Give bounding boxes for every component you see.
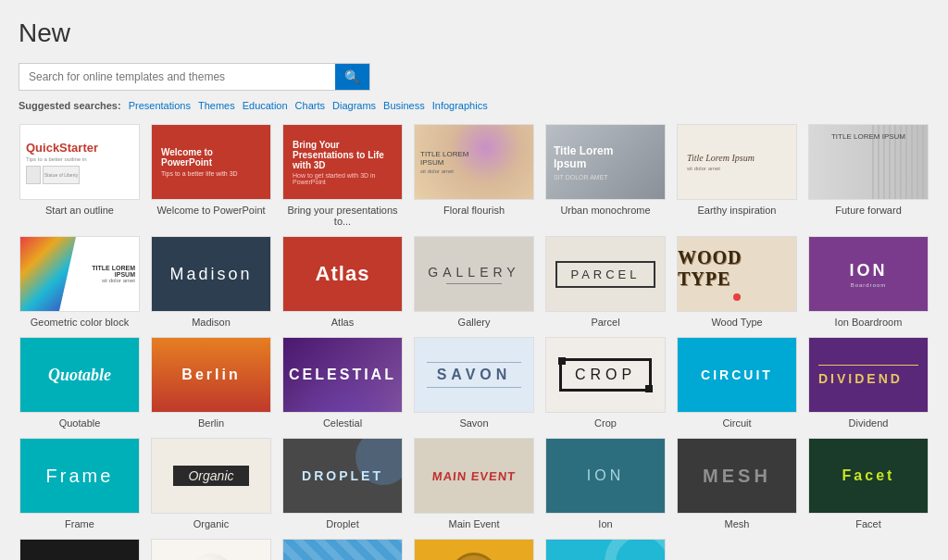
template-atlas-label: Atlas [331,317,354,328]
template-frame[interactable]: Frame Frame [19,438,141,529]
template-dividend-label: Dividend [849,417,889,429]
template-mesh-label: Mesh [725,518,750,529]
floral-sub: sit dolor amet [420,168,454,174]
template-vaportrail[interactable]: VAPOR TRAIL Vapor Trail [19,539,141,560]
berlin-text: Berlin [181,367,240,383]
template-ionboardroom[interactable]: ION Boardroom Ion Boardroom [807,236,929,328]
template-urban-label: Urban monochrome [560,205,650,216]
template-droplet[interactable]: DROPLET Droplet [281,438,404,529]
template-parcel[interactable]: PARCEL Parcel [544,236,667,328]
urban-sub: SIT DOLOR AMET [554,174,608,180]
template-parcel-label: Parcel [591,317,619,328]
template-facet[interactable]: Facet Facet [807,438,929,529]
templates-grid: QuickStarter Tips to a better outline in… [19,124,929,560]
qs-sub: Tips to a better outline in [26,156,86,162]
atlas-text: Atlas [316,262,370,286]
template-integral[interactable]: INTEGRAL Integral [281,539,404,560]
crop-box: CROP [559,358,652,392]
template-berlin[interactable]: Berlin Berlin [150,337,272,429]
mesh-text: MESH [703,466,771,487]
template-mesh[interactable]: MESH Mesh [676,438,798,529]
welcome-sub: Tips to a better life with 3D [161,170,238,177]
suggestion-infographics[interactable]: Infographics [432,100,488,111]
template-quotable[interactable]: Quotable Quotable [19,337,141,429]
page-title: New [19,19,929,48]
search-button[interactable]: 🔍 [335,64,369,90]
template-savon-label: Savon [459,417,488,429]
template-droplet-label: Droplet [326,518,358,529]
suggestion-business[interactable]: Business [383,100,425,111]
urban-title: Title LoremIpsum [554,144,613,170]
earthy-title: Title Lorem Ipsum [687,153,755,163]
template-geometric[interactable]: TITLE LOREMIPSUM sit dolor amet Geometri… [19,236,141,328]
template-madison-label: Madison [192,317,231,328]
woodtype-text: WOOD TYPE [678,247,796,290]
template-ion2-label: Ion [598,518,612,529]
template-wisp[interactable]: ▶ Wisp Wisp [150,539,272,560]
template-slice[interactable]: SLICE Slice [544,539,667,560]
template-badge[interactable]: BADGE Badge [413,539,535,560]
celestial-text: CELESTIAL [289,367,396,383]
facet-text: Facet [842,467,895,484]
template-woodtype[interactable]: WOOD TYPE Wood Type [676,236,798,328]
template-madison[interactable]: Madison Madison [150,236,272,328]
template-welcome[interactable]: Welcome to PowerPoint Tips to a better l… [150,124,272,227]
template-floral[interactable]: TITLE LOREMIPSUM sit dolor amet Floral f… [413,124,535,227]
suggestion-charts[interactable]: Charts [295,100,325,111]
bring-sub: How to get started with 3D in PowerPoint [293,172,393,185]
template-bring[interactable]: Bring Your Presentations to Life with 3D… [281,124,404,227]
crop-text: CROP [575,367,636,383]
frame-text: Frame [46,466,114,487]
ion-sub: Boardroom [851,282,887,288]
template-berlin-label: Berlin [198,417,224,429]
madison-text: Madison [169,265,252,284]
organic-text: Organic [173,466,248,486]
template-crop[interactable]: CROP Crop [544,337,667,429]
qs-title: QuickStarter [26,141,98,155]
template-mainevent[interactable]: MAIN EVENT Main Event [413,438,535,529]
template-ion2[interactable]: ION Ion [544,438,667,529]
search-bar: 🔍 [19,63,370,91]
template-quotable-label: Quotable [59,417,101,429]
template-future-label: Future forward [835,205,902,216]
suggestion-themes[interactable]: Themes [198,100,235,111]
template-circuit[interactable]: CIRCUIT Circuit [676,337,798,429]
template-quickstarter[interactable]: QuickStarter Tips to a better outline in… [19,124,141,227]
badge-circle: BADGE [450,553,498,560]
parcel-text: PARCEL [570,268,640,281]
template-facet-label: Facet [855,518,881,529]
suggestion-diagrams[interactable]: Diagrams [332,100,376,111]
gallery-text: GALLERY [428,265,519,280]
template-dividend[interactable]: DIVIDEND Dividend [807,337,929,429]
search-input[interactable] [19,65,335,89]
floral-lorem: TITLE LOREMIPSUM [420,150,468,167]
template-mainevent-label: Main Event [448,518,499,529]
template-quickstarter-label: Start an outline [45,205,114,216]
circuit-text: CIRCUIT [701,367,773,382]
template-welcome-label: Welcome to PowerPoint [156,205,265,216]
template-frame-label: Frame [65,518,94,529]
template-atlas[interactable]: Atlas Atlas [281,236,404,328]
template-woodtype-label: Wood Type [711,317,762,328]
bring-title: Bring Your Presentations to Life with 3D [293,140,393,170]
woodtype-dot [733,293,741,301]
template-celestial[interactable]: CELESTIAL Celestial [281,337,404,429]
template-urban[interactable]: Title LoremIpsum SIT DOLOR AMET Urban mo… [544,124,667,227]
suggestion-education[interactable]: Education [243,100,288,111]
parcel-box: PARCEL [555,261,655,288]
template-future[interactable]: TITLE LOREM IPSUM Future forward [807,124,929,227]
template-gallery[interactable]: GALLERY Gallery [413,236,535,328]
template-organic[interactable]: Organic Organic [150,438,272,529]
template-savon[interactable]: SAVON Savon [413,337,535,429]
template-circuit-label: Circuit [722,417,751,429]
template-organic-label: Organic [193,518,230,529]
template-celestial-label: Celestial [323,417,362,429]
suggestion-presentations[interactable]: Presentations [129,100,191,111]
droplet-text: DROPLET [302,468,383,483]
suggested-searches: Suggested searches: Presentations Themes… [19,100,929,111]
template-earthy[interactable]: Title Lorem Ipsum sit dolor amet Earthy … [676,124,798,227]
template-floral-label: Floral flourish [443,205,505,216]
future-title: TITLE LOREM IPSUM [831,132,905,141]
crop-corner-br [645,385,653,392]
suggested-label: Suggested searches: [19,100,121,111]
